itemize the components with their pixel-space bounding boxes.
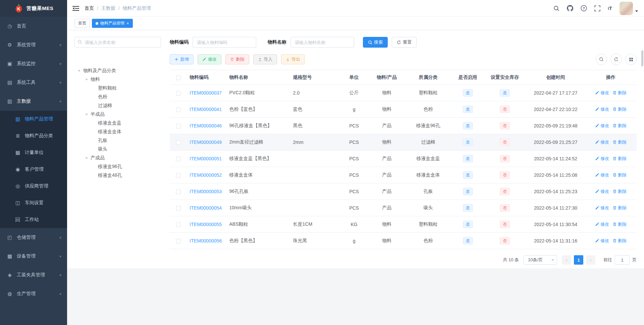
material-code-link[interactable]: ITEM00000049 (190, 140, 222, 145)
refresh-button[interactable] (610, 54, 622, 65)
material-code-link[interactable]: ITEM00000053 (190, 189, 222, 194)
avatar[interactable] (620, 2, 633, 15)
tree-node[interactable]: 塑料颗粒 (74, 84, 161, 93)
add-button[interactable]: 新增 (170, 54, 194, 64)
next-page-button[interactable] (586, 255, 595, 265)
material-code-link[interactable]: ITEM00000055 (190, 222, 222, 227)
material-code-link[interactable]: ITEM00000046 (190, 123, 222, 128)
sidebar-item-1[interactable]: ⚙ 系统管理 (0, 36, 67, 54)
breadcrumb-item-0[interactable]: 首页 (85, 5, 94, 11)
tree-node[interactable]: 移液盒盒盖 (74, 119, 161, 127)
tree-node[interactable]: 移液盒96孔 (74, 162, 161, 171)
material-name-input[interactable] (290, 37, 354, 48)
reset-button[interactable]: 重置 (392, 37, 417, 48)
material-code-link[interactable]: ITEM00000051 (190, 156, 222, 161)
category-search-input[interactable] (74, 37, 161, 48)
sidebar-subitem-6[interactable]: 回 工作站 (0, 211, 67, 228)
row-delete-link[interactable]: 删除 (612, 139, 627, 145)
sidebar-subitem-0[interactable]: ▥ 物料产品管理 (0, 111, 67, 127)
page-number-1[interactable]: 1 (574, 255, 583, 265)
tree-node[interactable]: 吸头 (74, 145, 161, 154)
row-checkbox[interactable] (176, 157, 181, 161)
tree-node[interactable]: 过滤棉 (74, 101, 161, 110)
row-edit-link[interactable]: 修改 (595, 156, 609, 162)
tree-node[interactable]: 移液盒48孔 (74, 171, 161, 180)
sidebar-subitem-4[interactable]: ◎ 供应商管理 (0, 178, 67, 195)
logo-bar[interactable]: K 苦糖果MES (0, 0, 67, 17)
goto-page-input[interactable] (615, 255, 630, 265)
material-code-link[interactable]: ITEM00000054 (190, 205, 222, 211)
row-checkbox[interactable] (176, 206, 181, 211)
tree-node[interactable]: 物料及产品分类 (74, 66, 161, 75)
sidebar-item-7[interactable]: ◈ 工装夹具管理 (0, 266, 67, 284)
sidebar-item-8[interactable]: ◍ 生产管理 (0, 284, 67, 303)
row-edit-link[interactable]: 修改 (595, 205, 609, 211)
row-delete-link[interactable]: 删除 (612, 90, 627, 96)
row-checkbox[interactable] (176, 239, 181, 243)
tab-home[interactable]: 首页 (74, 19, 90, 28)
tree-node[interactable]: 色粉 (74, 93, 161, 101)
fullscreen-icon[interactable] (594, 5, 600, 11)
sidebar-subitem-1[interactable]: ≣ 物料产品分类 (0, 127, 67, 144)
github-icon[interactable] (567, 5, 573, 11)
toggle-search-button[interactable] (596, 54, 607, 65)
select-all-checkbox[interactable] (176, 75, 181, 80)
sidebar-item-5[interactable]: ◰ 仓储管理 (0, 228, 67, 247)
row-delete-link[interactable]: 删除 (612, 188, 627, 195)
row-edit-link[interactable]: 修改 (595, 221, 609, 227)
tree-node[interactable]: 移液盒盒体 (74, 127, 161, 136)
material-code-link[interactable]: ITEM00000037 (190, 90, 222, 96)
row-checkbox[interactable] (176, 124, 181, 128)
row-edit-link[interactable]: 修改 (595, 123, 609, 129)
row-checkbox[interactable] (176, 222, 181, 227)
sidebar-subitem-2[interactable]: ▦ 计量单位 (0, 144, 67, 161)
user-menu[interactable] (620, 2, 638, 15)
tab-material-management[interactable]: 物料产品管理 (92, 19, 133, 28)
tree-node[interactable]: 物料 (74, 75, 161, 84)
row-delete-link[interactable]: 删除 (612, 221, 627, 227)
row-delete-link[interactable]: 删除 (612, 106, 627, 112)
search-icon[interactable] (553, 5, 559, 11)
sidebar-item-0[interactable]: ◷ 首页 (0, 17, 67, 36)
material-code-link[interactable]: ITEM00000041 (190, 107, 222, 112)
tree-node[interactable]: 产成品 (74, 154, 161, 162)
material-code-input[interactable] (193, 37, 256, 48)
page-size-select[interactable]: 10条/页 (524, 255, 557, 265)
row-delete-link[interactable]: 删除 (612, 238, 627, 244)
column-settings-button[interactable] (625, 54, 637, 65)
import-button[interactable]: 导入 (253, 54, 277, 64)
sidebar-item-6[interactable]: ▩ 设备管理 (0, 247, 67, 266)
sidebar-toggle-icon[interactable] (72, 6, 79, 11)
row-checkbox[interactable] (176, 91, 181, 96)
row-delete-link[interactable]: 删除 (612, 172, 627, 178)
row-delete-link[interactable]: 删除 (612, 156, 627, 162)
prev-page-button[interactable] (562, 255, 571, 265)
edit-button[interactable]: 修改 (198, 54, 221, 64)
tree-node[interactable]: 半成品 (74, 110, 161, 119)
row-checkbox[interactable] (176, 140, 181, 145)
row-edit-link[interactable]: 修改 (595, 106, 609, 112)
tree-node[interactable]: 孔板 (74, 136, 161, 145)
sidebar-subitem-5[interactable]: ◫ 车间设置 (0, 195, 67, 211)
row-checkbox[interactable] (176, 173, 181, 178)
font-size-icon[interactable]: tT (608, 5, 612, 11)
scrollbar-thumb[interactable] (641, 50, 643, 66)
row-edit-link[interactable]: 修改 (595, 188, 609, 195)
sidebar-subitem-3[interactable]: ◉ 客户管理 (0, 161, 67, 178)
row-delete-link[interactable]: 删除 (612, 205, 627, 211)
export-button[interactable]: 导出 (281, 54, 305, 64)
search-button[interactable]: 搜索 (363, 37, 388, 48)
material-code-link[interactable]: ITEM00000056 (190, 238, 222, 243)
row-edit-link[interactable]: 修改 (595, 139, 609, 145)
row-edit-link[interactable]: 修改 (595, 172, 609, 178)
material-code-link[interactable]: ITEM00000052 (190, 172, 222, 178)
close-icon[interactable] (126, 21, 129, 26)
row-edit-link[interactable]: 修改 (595, 238, 609, 244)
row-edit-link[interactable]: 修改 (595, 90, 609, 96)
row-checkbox[interactable] (176, 189, 181, 194)
sidebar-item-2[interactable]: ▣ 系统监控 (0, 54, 67, 73)
row-checkbox[interactable] (176, 107, 181, 112)
delete-button[interactable]: 删除 (225, 54, 249, 64)
row-delete-link[interactable]: 删除 (612, 123, 627, 129)
help-icon[interactable]: ? (581, 5, 587, 11)
